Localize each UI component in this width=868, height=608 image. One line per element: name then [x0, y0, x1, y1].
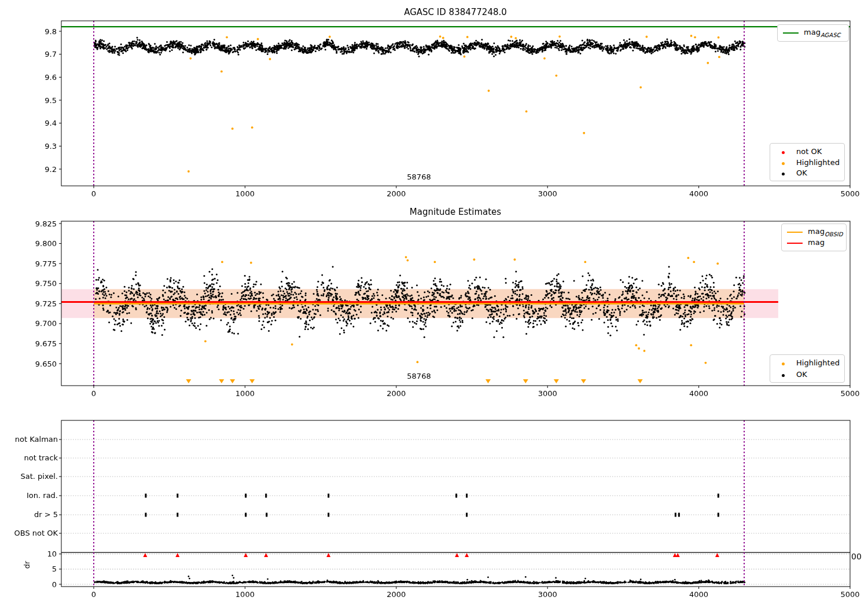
x-tick-label: 3000 — [538, 589, 557, 599]
y-tick-label: 9.3 — [23, 141, 57, 151]
x-tick-label: 5000 — [840, 589, 859, 599]
highlighted-dot-swatch — [775, 358, 791, 367]
y-tick-label: 9.5 — [23, 96, 57, 105]
dr-tick-label: 5 — [23, 564, 57, 574]
x-tick-label: 1000 — [236, 389, 255, 398]
chart2-obsid-annotation: 58768 — [407, 372, 431, 380]
highlighted-dot-swatch — [775, 158, 791, 167]
legend-label-mag: mag — [808, 238, 825, 248]
y-tick-label: 9.675 — [23, 339, 57, 349]
x-tick-label: 3000 — [538, 189, 557, 199]
y-tick-label: 9.6 — [23, 72, 57, 82]
chart2-title: Magnitude Estimates — [410, 207, 501, 217]
y-tick-label: 9.800 — [23, 239, 57, 248]
x-tick-label: 5000 — [840, 389, 859, 398]
ok-dot-swatch — [775, 370, 791, 379]
y-tick-label: 9.8 — [23, 27, 57, 36]
x-tick-label: 2000 — [387, 389, 406, 398]
x-tick-label: 1000 — [236, 589, 255, 599]
mag-obsid-line-swatch — [787, 232, 803, 233]
legend-label-ok: OK — [796, 169, 807, 177]
mag-agasc-line-swatch — [783, 32, 799, 34]
y-tick-label: 9.650 — [23, 359, 57, 369]
flag-category-label: OBS not OK — [3, 528, 58, 539]
x-tick-label: 0 — [91, 589, 96, 599]
flag-category-label: dr > 5 — [3, 510, 58, 520]
y-tick-label: 9.825 — [23, 219, 57, 229]
mag-line-swatch — [787, 243, 803, 244]
legend-label-ok-mid: OK — [796, 370, 807, 379]
flag-category-label: Ion. rad. — [3, 490, 58, 501]
clipped-right-tick-label: 00 — [851, 552, 862, 561]
legend-row-not-ok: not OK — [775, 146, 839, 157]
flag-category-label: Sat. pixel. — [3, 471, 58, 482]
legend-row-mag-agasc: magAGASC — [783, 27, 843, 39]
ok-dot-swatch — [775, 169, 791, 177]
chart1-title: AGASC ID 838477248.0 — [404, 7, 507, 17]
y-tick-label: 9.700 — [23, 318, 57, 328]
legend-label-mag-obsid: magOBSID — [808, 227, 843, 237]
x-tick-label: 4000 — [689, 389, 708, 398]
x-tick-label: 3000 — [538, 389, 557, 398]
chart1-obsid-annotation: 58768 — [407, 173, 431, 181]
legend-row-mag: mag — [787, 237, 841, 248]
y-tick-label: 9.775 — [23, 259, 57, 269]
legend-mag-agasc: magAGASC — [777, 24, 849, 42]
x-tick-label: 1000 — [236, 189, 255, 199]
y-tick-label: 9.2 — [23, 164, 57, 174]
x-tick-label: 0 — [91, 389, 96, 398]
y-tick-label: 9.725 — [23, 299, 57, 309]
legend-point-classes-top: not OK Highlighted OK — [770, 143, 845, 181]
y-tick-label: 9.4 — [23, 118, 57, 128]
x-tick-label: 0 — [91, 189, 96, 199]
figure: AGASC ID 838477248.0 Magnitude Estimates… — [0, 0, 868, 608]
not-ok-dot-swatch — [775, 147, 791, 156]
dr-tick-label: 0 — [23, 580, 57, 589]
x-tick-label: 2000 — [387, 589, 406, 599]
x-tick-label: 4000 — [689, 189, 708, 199]
dr-tick-label: 10 — [23, 549, 57, 559]
x-tick-label: 4000 — [689, 589, 708, 599]
y-tick-label: 9.750 — [23, 279, 57, 288]
legend-row-ok-mid: OK — [775, 369, 839, 380]
x-tick-label: 2000 — [387, 189, 406, 199]
flag-category-label: not Kalman — [3, 434, 58, 445]
legend-row-ok: OK — [775, 167, 839, 178]
x-tick-label: 5000 — [840, 189, 859, 199]
legend-row-mag-obsid: magOBSID — [787, 226, 841, 237]
legend-label-mag-agasc: magAGASC — [804, 28, 840, 38]
legend-label-not-ok: not OK — [796, 147, 822, 156]
legend-label-highlighted: Highlighted — [796, 158, 840, 167]
y-tick-label: 9.7 — [23, 49, 57, 59]
legend-row-highlighted-mid: Highlighted — [775, 357, 839, 369]
legend-mag-lines: magOBSID mag — [781, 224, 847, 251]
flag-category-label: not track — [3, 453, 58, 463]
plot-lines-layer — [0, 0, 868, 608]
legend-point-classes-middle: Highlighted OK — [770, 354, 845, 383]
legend-row-highlighted: Highlighted — [775, 157, 839, 168]
legend-label-highlighted-mid: Highlighted — [796, 358, 840, 367]
